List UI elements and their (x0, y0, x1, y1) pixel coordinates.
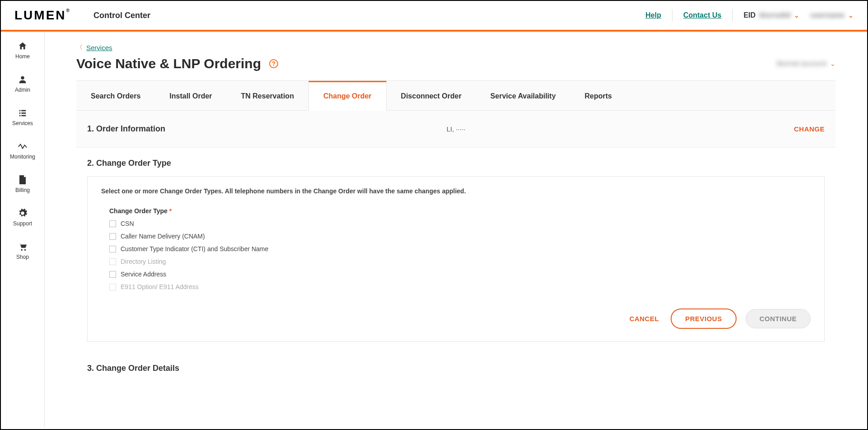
checkbox-service-address[interactable]: Service Address (109, 271, 811, 278)
sidebar: Home Admin Services Monitoring Billing S… (1, 32, 45, 427)
tab-reports[interactable]: Reports (570, 81, 626, 110)
panel-instruction: Select one or more Change Order Types. A… (101, 187, 811, 195)
help-icon[interactable]: ? (269, 59, 278, 68)
change-button[interactable]: CHANGE (794, 125, 825, 133)
svg-rect-6 (21, 115, 26, 117)
cart-icon (17, 241, 28, 252)
divider (732, 9, 733, 22)
account-value: blurred account (777, 60, 826, 68)
sidebar-item-label: Support (13, 220, 32, 227)
activity-icon (17, 141, 28, 152)
field-label: Change Order Type * (109, 207, 811, 215)
chevron-left-icon[interactable]: 〈 (76, 43, 83, 51)
home-icon (17, 41, 28, 51)
sidebar-item-label: Shop (16, 254, 29, 260)
change-order-type-panel: Select one or more Change Order Types. A… (87, 176, 825, 342)
sidebar-support[interactable]: Support (1, 205, 44, 229)
svg-rect-2 (21, 110, 26, 112)
checkbox-label: Service Address (121, 271, 166, 278)
checkbox-icon (109, 258, 116, 265)
sidebar-item-label: Home (15, 53, 30, 60)
gear-icon (17, 208, 28, 219)
breadcrumb-link[interactable]: Services (86, 44, 112, 51)
chevron-down-icon: ⌄ (848, 12, 854, 19)
step2-title: 2. Change Order Type (76, 148, 835, 176)
tab-service-availability[interactable]: Service Availability (476, 81, 570, 110)
button-row: CANCEL PREVIOUS CONTINUE (101, 308, 811, 329)
svg-rect-5 (19, 115, 21, 117)
help-link[interactable]: Help (645, 11, 661, 19)
sidebar-monitoring[interactable]: Monitoring (1, 138, 44, 163)
svg-rect-4 (21, 112, 26, 114)
svg-point-0 (21, 76, 24, 79)
tab-install-order[interactable]: Install Order (155, 81, 226, 110)
contact-link[interactable]: Contact Us (683, 11, 721, 19)
eid-dropdown[interactable]: EID blurredid ⌄ (743, 11, 799, 19)
sidebar-item-label: Admin (15, 87, 30, 93)
checkbox-label: Customer Type Indicator (CTI) and Subscr… (121, 245, 268, 252)
user-dropdown[interactable]: username ⌄ (810, 11, 854, 19)
checkbox-icon[interactable] (109, 246, 116, 252)
tab-change-order[interactable]: Change Order (308, 81, 387, 111)
checkbox-e911: E911 Option/ E911 Address (109, 283, 811, 290)
checkbox-cti[interactable]: Customer Type Indicator (CTI) and Subscr… (109, 245, 811, 252)
account-dropdown[interactable]: blurred account ⌄ (777, 60, 835, 68)
app-title: Control Center (93, 11, 150, 20)
user-icon (17, 74, 28, 85)
tab-tn-reservation[interactable]: TN Reservation (227, 81, 308, 110)
logo: LUMEN® (14, 8, 71, 23)
tab-search-orders[interactable]: Search Orders (76, 81, 155, 110)
checkbox-cnam[interactable]: Caller Name Delivery (CNAM) (109, 233, 811, 240)
step1-header: 1. Order Information LI, ····· CHANGE (76, 111, 835, 148)
sidebar-home[interactable]: Home (1, 38, 44, 62)
step1-title: 1. Order Information (87, 124, 165, 134)
checkbox-icon[interactable] (109, 271, 116, 278)
divider (672, 9, 672, 22)
svg-rect-1 (19, 110, 21, 112)
page-title: Voice Native & LNP Ordering (76, 56, 261, 71)
svg-point-7 (21, 249, 23, 251)
step3-title: 3. Change Order Details (76, 342, 835, 381)
checkbox-label: Caller Name Delivery (CNAM) (121, 233, 205, 240)
eid-value: blurredid (759, 11, 790, 19)
chevron-down-icon: ⌄ (830, 60, 835, 67)
user-value: username (810, 11, 845, 19)
sidebar-billing[interactable]: Billing (1, 172, 44, 196)
sidebar-item-label: Services (12, 120, 33, 126)
document-icon (17, 174, 28, 185)
checkbox-label: E911 Option/ E911 Address (121, 283, 199, 290)
eid-label: EID (743, 11, 756, 19)
main-content: 〈 Services Voice Native & LNP Ordering ?… (45, 32, 867, 427)
sidebar-admin[interactable]: Admin (1, 71, 44, 96)
tab-disconnect-order[interactable]: Disconnect Order (387, 81, 476, 110)
checkbox-icon[interactable] (109, 220, 116, 227)
checkbox-csn[interactable]: CSN (109, 220, 811, 227)
checkbox-icon[interactable] (109, 233, 116, 240)
cancel-button[interactable]: CANCEL (627, 310, 662, 327)
checkbox-directory-listing: Directory Listing (109, 258, 811, 265)
list-icon (17, 108, 28, 118)
sidebar-item-label: Billing (15, 187, 30, 193)
app-header: LUMEN® Control Center Help Contact Us EI… (1, 1, 867, 32)
chevron-down-icon: ⌄ (794, 12, 799, 19)
sidebar-item-label: Monitoring (10, 154, 35, 160)
breadcrumb: 〈 Services (76, 43, 835, 51)
step1-value: LI, ····· (447, 125, 466, 133)
checkbox-icon (109, 284, 116, 290)
sidebar-services[interactable]: Services (1, 105, 44, 129)
checkbox-label: CSN (121, 220, 134, 227)
checkbox-label: Directory Listing (121, 258, 166, 265)
previous-button[interactable]: PREVIOUS (671, 308, 737, 329)
sidebar-shop[interactable]: Shop (1, 238, 44, 263)
continue-button: CONTINUE (746, 309, 811, 328)
tab-bar: Search Orders Install Order TN Reservati… (76, 80, 835, 111)
svg-point-8 (24, 249, 26, 251)
svg-rect-3 (19, 112, 21, 114)
